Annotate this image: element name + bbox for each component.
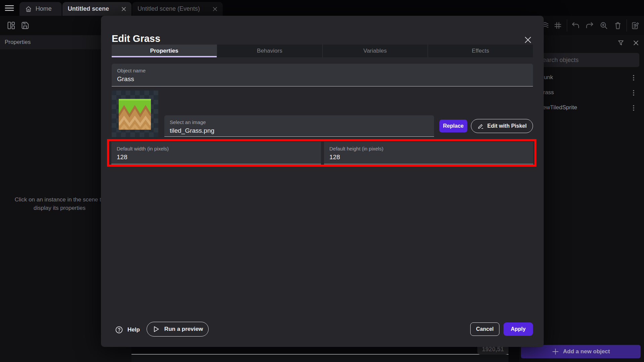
default-height-field[interactable]: Default height (in pixels) 128 — [324, 142, 533, 164]
help-icon — [115, 326, 123, 334]
delete-button[interactable] — [613, 21, 622, 30]
select-image-field[interactable]: Select an image tiled_Grass.png — [164, 115, 434, 137]
zoom-in-button[interactable] — [599, 21, 608, 30]
project-manager-button[interactable] — [6, 20, 16, 31]
field-label: Select an image — [170, 119, 429, 125]
tab-variables[interactable]: Variables — [323, 45, 428, 57]
trash-icon — [613, 21, 622, 30]
close-icon[interactable] — [121, 7, 126, 11]
gdevelop-app: Home Untitled scene Untitled scene (Even… — [0, 0, 644, 362]
project-manager-icon — [6, 20, 16, 31]
apply-button[interactable]: Apply — [503, 322, 533, 336]
zoom-in-icon — [599, 21, 608, 30]
tab-behaviors[interactable]: Behaviors — [217, 45, 322, 57]
tab-label: Untitled scene (Events) — [138, 5, 200, 12]
undo-button[interactable] — [571, 21, 580, 30]
redo-icon — [585, 21, 594, 30]
tab-effects[interactable]: Effects — [428, 45, 533, 57]
field-label: Object name — [117, 68, 528, 73]
kebab-menu-icon — [630, 89, 637, 97]
object-name-field[interactable]: Object name Grass — [112, 64, 533, 86]
top-tab-bar: Home Untitled scene Untitled scene (Even… — [0, 0, 644, 16]
grass-tile-image — [119, 99, 151, 130]
pencil-icon — [477, 123, 484, 129]
filter-button[interactable] — [618, 39, 625, 47]
field-label: Default width (in pixels) — [117, 146, 316, 152]
toolbar-separator — [567, 19, 567, 32]
sprite-thumbnail[interactable] — [112, 90, 158, 137]
kebab-menu-icon — [630, 74, 637, 81]
run-preview-label: Run a preview — [164, 326, 203, 333]
edit-object-dialog: Edit Grass Properties Behaviors Variable… — [101, 16, 544, 347]
tab-properties[interactable]: Properties — [112, 45, 217, 57]
tab-label: Untitled scene — [68, 5, 109, 12]
menu-button[interactable] — [4, 3, 15, 13]
default-width-field[interactable]: Default width (in pixels) 128 — [111, 142, 321, 164]
close-icon[interactable] — [213, 7, 217, 11]
scene-toolbar — [533, 16, 644, 35]
help-button[interactable]: Help — [113, 322, 142, 337]
replace-button[interactable]: Replace — [439, 120, 467, 132]
grid-icon — [553, 21, 562, 30]
close-icon — [524, 36, 533, 44]
properties-empty-message: Click on an instance in the scene to dis… — [3, 195, 116, 212]
objects-panel-close-button[interactable] — [633, 39, 640, 47]
panel-title: Properties — [5, 39, 31, 46]
plus-icon — [552, 348, 559, 355]
grid-button[interactable] — [553, 21, 562, 30]
help-label: Help — [127, 326, 140, 333]
field-value: Grass — [117, 75, 528, 83]
save-button[interactable] — [20, 20, 30, 31]
home-icon — [25, 5, 32, 13]
run-preview-button[interactable]: Run a preview — [147, 322, 209, 337]
menu-icon — [5, 4, 14, 12]
field-value: 128 — [117, 154, 316, 161]
add-new-object-button[interactable]: Add a new object — [521, 345, 641, 358]
dialog-title: Edit Grass — [112, 33, 160, 44]
tab-untitled-scene[interactable]: Untitled scene — [62, 2, 131, 16]
close-icon — [633, 40, 640, 46]
field-label: Default height (in pixels) — [329, 146, 528, 152]
object-menu-button[interactable] — [630, 89, 637, 97]
undo-icon — [571, 21, 580, 30]
scene-canvas-edge — [131, 354, 508, 362]
cancel-button[interactable]: Cancel — [470, 322, 499, 336]
redo-button[interactable] — [585, 21, 594, 30]
play-icon — [152, 325, 160, 333]
dialog-tab-bar: Properties Behaviors Variables Effects — [112, 45, 533, 57]
edit-with-piskel-label: Edit with Piskel — [487, 123, 527, 129]
field-value: 128 — [329, 154, 528, 161]
toolbar-separator — [627, 19, 627, 32]
field-value: tiled_Grass.png — [170, 127, 429, 134]
add-new-object-label: Add a new object — [563, 348, 610, 355]
tab-untitled-scene-events[interactable]: Untitled scene (Events) — [132, 2, 223, 16]
object-menu-button[interactable] — [630, 74, 637, 81]
edit-with-piskel-button[interactable]: Edit with Piskel — [471, 119, 533, 133]
edit-scene-properties-button[interactable] — [631, 21, 640, 30]
filter-icon — [618, 40, 625, 46]
tab-home[interactable]: Home — [19, 2, 62, 16]
object-menu-button[interactable] — [630, 104, 637, 112]
kebab-menu-icon — [630, 104, 637, 112]
tab-label: Home — [36, 5, 52, 12]
dialog-close-button[interactable] — [524, 35, 533, 45]
edit-scene-properties-icon — [631, 21, 640, 30]
save-icon — [20, 20, 30, 31]
object-name: NewTiledSprite — [539, 104, 577, 111]
search-objects-input[interactable] — [534, 53, 639, 67]
